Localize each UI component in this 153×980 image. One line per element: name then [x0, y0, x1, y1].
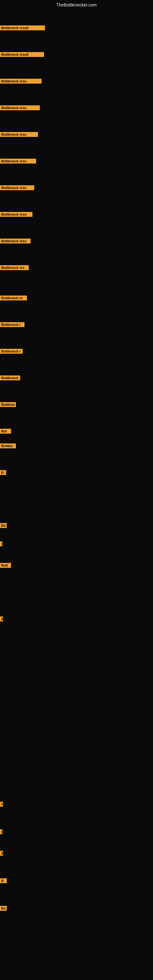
bottleneck-bar-2: Bottleneck result: [0, 52, 44, 57]
bottleneck-bar-17: Bottlen: [0, 444, 16, 449]
bottleneck-bar-19: Bo: [0, 523, 7, 528]
bottleneck-bar-23: F: [0, 802, 3, 807]
bottleneck-bar-1: Bottleneck result: [0, 25, 45, 30]
bottleneck-bar-12: Bottleneck r: [0, 322, 24, 327]
bottleneck-bar-20: |: [0, 541, 2, 546]
bottleneck-bar-18: B: [0, 470, 6, 475]
site-title: TheBottlenecker.com: [0, 0, 153, 9]
bottleneck-bar-4: Bottleneck resu: [0, 105, 40, 110]
bottleneck-bar-11: Bottleneck re: [0, 296, 27, 301]
bottleneck-bar-27: Bo: [0, 906, 7, 911]
bottleneck-bar-7: Bottleneck resu: [0, 185, 34, 190]
bottleneck-bar-6: Bottleneck resu: [0, 159, 36, 164]
bottleneck-bar-16: Bot: [0, 429, 11, 434]
bottleneck-bar-10: Bottleneck res: [0, 265, 29, 270]
bottleneck-bar-21: Bott: [0, 563, 11, 568]
bottleneck-bar-24: |: [0, 829, 2, 834]
bottleneck-bar-26: B: [0, 878, 7, 883]
bottleneck-bar-3: Bottleneck resu: [0, 79, 41, 84]
bottleneck-bar-9: Bottleneck resu: [0, 239, 30, 243]
bottleneck-bar-15: Bottlene: [0, 402, 16, 407]
bottleneck-bar-25: E: [0, 851, 3, 856]
bottleneck-bar-14: Bottleneck: [0, 375, 20, 380]
bottleneck-bar-22: E: [0, 616, 3, 621]
bottleneck-bar-13: Bottleneck r: [0, 349, 22, 354]
bottleneck-bar-5: Bottleneck resu: [0, 132, 38, 137]
bottleneck-bar-8: Bottleneck resu: [0, 212, 32, 217]
